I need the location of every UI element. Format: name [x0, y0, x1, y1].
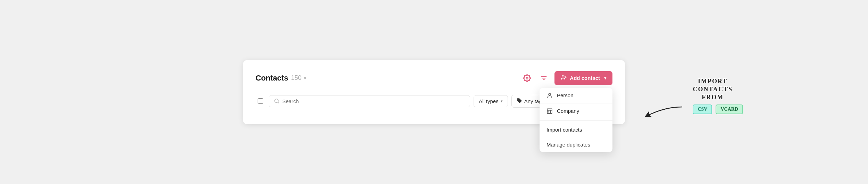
badge-vcard: VCARD: [716, 104, 743, 114]
add-contact-dropdown-arrow: ▾: [604, 76, 606, 81]
svg-line-15: [278, 102, 279, 103]
menu-item-import-contacts[interactable]: Import contacts: [540, 122, 612, 137]
annotation-arrow: [644, 103, 689, 121]
menu-item-company[interactable]: Company: [540, 103, 612, 119]
all-types-arrow: ▾: [501, 99, 503, 103]
annotation-text: IMPORTCONTACTSFROM: [693, 77, 733, 102]
add-contact-label: Add contact: [570, 75, 600, 81]
select-all-checkbox-wrap[interactable]: [256, 96, 265, 106]
annotation-wrap: IMPORTCONTACTSFROM CSV VCARD: [686, 77, 743, 114]
svg-point-7: [549, 93, 551, 95]
person-add-icon: [561, 74, 567, 81]
filter-icon: [540, 74, 548, 82]
badge-csv: CSV: [693, 104, 712, 114]
svg-point-4: [562, 75, 564, 77]
menu-item-manage-duplicates[interactable]: Manage duplicates: [540, 137, 612, 152]
person-icon: [546, 92, 553, 99]
contact-count: 150 ▾: [291, 74, 306, 82]
filter-button[interactable]: [538, 72, 550, 84]
menu-divider: [540, 120, 612, 121]
add-contact-dropdown-menu: Person Company: [540, 88, 612, 152]
page-title: Contacts: [256, 74, 288, 83]
svg-rect-8: [547, 109, 552, 114]
search-icon: [274, 98, 279, 104]
header-actions: Add contact ▾ Person: [521, 71, 612, 85]
header-row: Contacts 150 ▾: [256, 71, 612, 85]
all-types-label: All types: [479, 98, 499, 104]
select-all-checkbox[interactable]: [258, 98, 263, 104]
svg-point-0: [526, 77, 528, 79]
tag-icon: [517, 98, 522, 104]
search-box[interactable]: [269, 95, 470, 107]
annotation-badges: CSV VCARD: [693, 104, 743, 114]
all-types-dropdown[interactable]: All types ▾: [474, 95, 508, 107]
add-contact-icon: [561, 74, 567, 82]
search-input[interactable]: [282, 98, 465, 104]
main-card: Contacts 150 ▾: [243, 60, 625, 124]
menu-item-person-label: Person: [557, 92, 574, 98]
menu-item-person[interactable]: Person: [540, 88, 612, 103]
company-icon: [546, 108, 553, 114]
gear-icon: [523, 74, 531, 82]
menu-item-company-label: Company: [557, 108, 579, 114]
add-contact-button[interactable]: Add contact ▾: [554, 71, 612, 85]
title-area: Contacts 150 ▾: [256, 74, 306, 83]
settings-button[interactable]: [521, 72, 533, 84]
